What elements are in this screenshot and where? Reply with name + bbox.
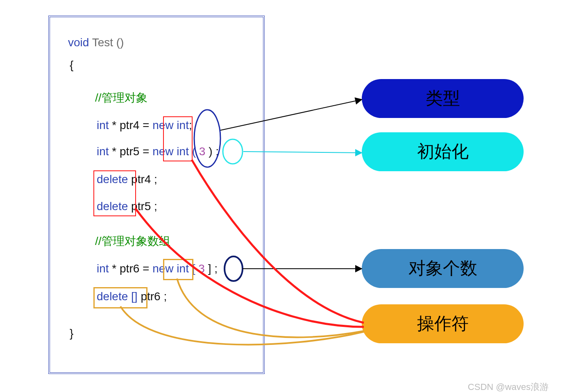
kw-int: int — [97, 262, 109, 275]
brace-close: } — [70, 327, 73, 340]
pill-type: 类型 — [362, 79, 524, 118]
pill-init: 初始化 — [362, 132, 524, 171]
kw-int: int — [97, 119, 109, 131]
highlight-new-orange — [163, 259, 193, 280]
watermark: CSDN @waves浪游 — [468, 381, 549, 392]
txt: * ptr5 = — [109, 145, 153, 158]
pill-op: 操作符 — [362, 304, 524, 343]
comment-2: //管理对象数组 — [95, 233, 170, 249]
code-line-5: int * ptr6 = new int [ 3 ] ; — [97, 262, 218, 275]
fn-name: Test () — [89, 36, 124, 49]
txt: * ptr6 = — [109, 262, 153, 275]
highlight-delete-red — [93, 170, 136, 216]
num: 3 — [195, 262, 208, 275]
code-line-2: int * ptr5 = new int ( 3 ) ; — [97, 145, 219, 158]
code-box — [48, 16, 265, 374]
brace-open: { — [70, 59, 73, 72]
kw-int: int — [97, 145, 109, 158]
highlight-new-red — [163, 116, 193, 161]
highlight-delete-orange — [93, 287, 147, 308]
code-header: void Test () — [68, 36, 124, 49]
txt: * ptr4 = — [109, 119, 153, 131]
pill-count: 对象个数 — [362, 249, 524, 288]
kw-void: void — [68, 36, 89, 49]
comment-1: //管理对象 — [95, 90, 147, 106]
tail: ) ; — [209, 145, 219, 158]
num: 3 — [196, 145, 209, 158]
tail: ] ; — [208, 262, 218, 275]
